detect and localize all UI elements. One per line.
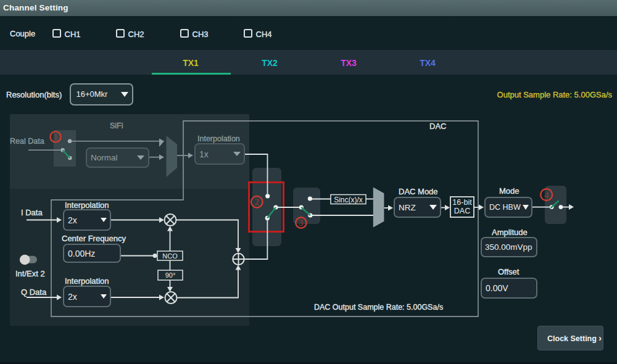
svg-text:Sinc(x)/x: Sinc(x)/x xyxy=(334,196,363,204)
svg-text:16-bit: 16-bit xyxy=(452,198,472,207)
svg-text:DAC: DAC xyxy=(454,207,470,215)
svg-text:1: 1 xyxy=(53,132,58,142)
svg-text:4: 4 xyxy=(544,190,549,200)
svg-text:NCO: NCO xyxy=(162,252,178,260)
svg-text:2: 2 xyxy=(255,197,260,207)
svg-text:3: 3 xyxy=(299,218,304,228)
svg-text:90°: 90° xyxy=(165,271,176,279)
